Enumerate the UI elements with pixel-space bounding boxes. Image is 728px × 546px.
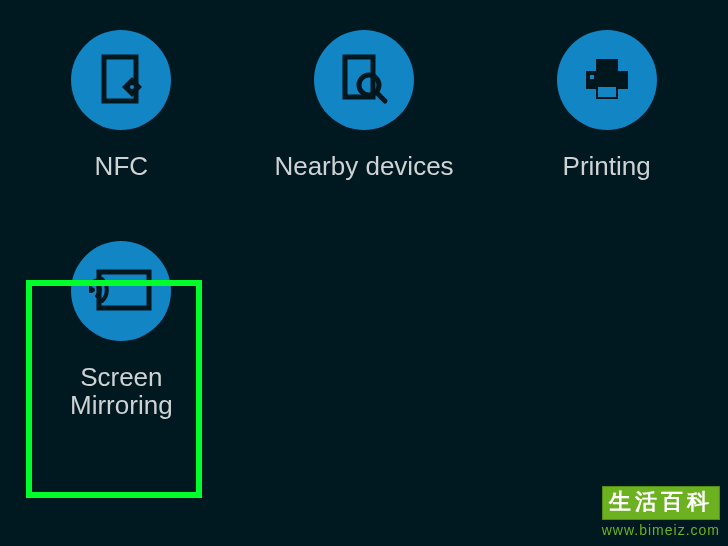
printer-icon bbox=[578, 51, 636, 109]
tile-nearby-devices[interactable]: Nearby devices bbox=[243, 30, 486, 181]
settings-grid: NFC Nearby devices bbox=[0, 0, 728, 420]
nearby-devices-icon bbox=[335, 51, 393, 109]
nearby-devices-icon-circle bbox=[314, 30, 414, 130]
printing-icon-circle bbox=[557, 30, 657, 130]
svg-rect-5 bbox=[596, 59, 618, 71]
watermark: 生活百科 www.bimeiz.com bbox=[602, 486, 720, 538]
tile-label: Printing bbox=[563, 152, 651, 181]
screen-mirroring-icon bbox=[89, 266, 153, 316]
tile-screen-mirroring[interactable]: Screen Mirroring bbox=[0, 241, 243, 420]
watermark-url: www.bimeiz.com bbox=[602, 522, 720, 538]
tile-label: Nearby devices bbox=[274, 152, 453, 181]
nfc-icon-circle bbox=[71, 30, 171, 130]
screen-mirroring-icon-circle bbox=[71, 241, 171, 341]
tile-label: NFC bbox=[95, 152, 148, 181]
svg-line-4 bbox=[376, 92, 385, 101]
svg-point-1 bbox=[130, 85, 134, 89]
watermark-title: 生活百科 bbox=[602, 486, 720, 520]
svg-rect-9 bbox=[590, 75, 594, 79]
tile-nfc[interactable]: NFC bbox=[0, 30, 243, 181]
svg-rect-8 bbox=[598, 87, 616, 97]
nfc-icon bbox=[94, 53, 148, 107]
tile-printing[interactable]: Printing bbox=[485, 30, 728, 181]
tile-label: Screen Mirroring bbox=[70, 363, 173, 420]
svg-point-12 bbox=[89, 287, 94, 293]
